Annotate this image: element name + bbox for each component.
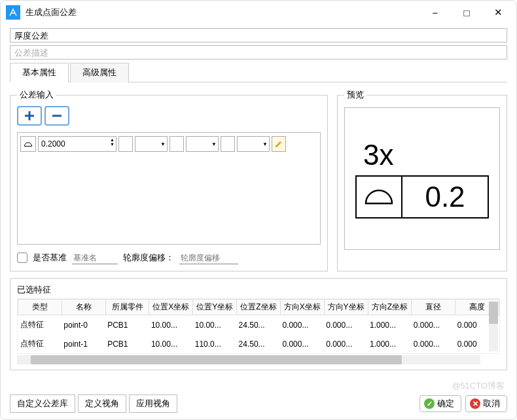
cell-dz: 1.000...	[368, 315, 412, 335]
cell-dy: 0.000...	[324, 334, 368, 353]
cell-dia: 0.000...	[412, 334, 455, 353]
add-button[interactable]	[17, 106, 42, 126]
cell-py: 10.00...	[193, 315, 237, 335]
is-datum-checkbox[interactable]	[17, 253, 27, 263]
edit-button[interactable]	[272, 136, 286, 152]
chevron-down-icon: ▼	[262, 141, 268, 147]
chevron-down-icon: ▼	[160, 141, 166, 147]
preview-fcf: 0.2	[355, 175, 489, 219]
datum-dd-1[interactable]: ▼	[135, 136, 168, 152]
preview-canvas: 3x 0.2	[344, 107, 500, 250]
selected-features-group: 已选特征 类型 名称 所属零件 位置X坐标 位置Y坐标 位置Z坐标 方向X坐标 …	[10, 278, 507, 370]
cell-part: PCB1	[105, 315, 149, 335]
profile-symbol-icon[interactable]	[20, 136, 36, 152]
tolerance-mod-cell-b[interactable]	[169, 136, 184, 152]
col-pz[interactable]: 位置Z坐标	[237, 300, 281, 315]
cancel-button[interactable]: ✕ 取消	[465, 395, 507, 412]
footer: 自定义公差库 定义视角 应用视角 ✓ 确定 ✕ 取消	[10, 394, 507, 413]
datum-dd-3[interactable]: ▼	[237, 136, 270, 152]
remove-button[interactable]	[45, 106, 69, 126]
cell-name: point-1	[62, 334, 105, 353]
col-part[interactable]: 所属零件	[105, 300, 149, 315]
cell-pz: 24.50...	[237, 315, 281, 335]
preview-count: 3x	[363, 139, 393, 171]
watermark: @51CTO博客	[452, 380, 505, 392]
tab-basic[interactable]: 基本属性	[10, 63, 69, 82]
maximize-button[interactable]: □	[451, 1, 482, 24]
cell-pz: 24.50...	[237, 334, 281, 353]
cell-part: PCB1	[105, 334, 149, 353]
features-table-wrap: 类型 名称 所属零件 位置X坐标 位置Y坐标 位置Z坐标 方向X坐标 方向Y坐标…	[17, 298, 500, 354]
col-dx[interactable]: 方向X坐标	[280, 300, 324, 315]
ok-label: 确定	[437, 398, 454, 410]
custom-tolerance-lib-button[interactable]: 自定义公差库	[10, 394, 75, 413]
table-header-row: 类型 名称 所属零件 位置X坐标 位置Y坐标 位置Z坐标 方向X坐标 方向Y坐标…	[18, 300, 499, 315]
is-datum-label: 是否基准	[33, 252, 67, 264]
col-px[interactable]: 位置X坐标	[149, 300, 193, 315]
titlebar: 生成点面公差 − □ ✕	[1, 1, 516, 24]
ok-button[interactable]: ✓ 确定	[419, 395, 461, 412]
minimize-button[interactable]: −	[419, 1, 451, 24]
cell-dia: 0.000...	[412, 315, 455, 335]
preview-group: 预览 3x 0.2	[337, 89, 507, 271]
selected-features-legend: 已选特征	[17, 284, 500, 296]
tolerance-mod-cell-c[interactable]	[221, 136, 235, 152]
table-row[interactable]: 点特征point-0PCB110.00...10.00...24.50...0.…	[18, 315, 499, 335]
cross-icon: ✕	[470, 398, 480, 409]
app-icon	[6, 5, 20, 20]
apply-view-button[interactable]: 应用视角	[129, 394, 177, 413]
cell-dz: 1.000...	[368, 334, 412, 353]
preview-value: 0.2	[402, 175, 489, 219]
col-dy[interactable]: 方向Y坐标	[324, 300, 368, 315]
define-view-button[interactable]: 定义视角	[78, 394, 126, 413]
cell-dy: 0.000...	[324, 315, 368, 335]
tolerance-grid: 0.2000 ▲▼ ▼ ▼ ▼	[17, 132, 321, 245]
table-row[interactable]: 点特征point-1PCB110.00...110.0...24.50...0.…	[18, 334, 499, 353]
cell-py: 110.0...	[193, 334, 237, 353]
tolerance-mod-cell-a[interactable]	[118, 136, 133, 152]
profile-offset-input[interactable]	[179, 251, 238, 264]
datum-dd-2[interactable]: ▼	[186, 136, 219, 152]
preview-legend: 预览	[344, 89, 366, 101]
tolerance-row: 0.2000 ▲▼ ▼ ▼ ▼	[20, 135, 317, 152]
cell-type: 点特征	[18, 334, 62, 353]
preview-profile-symbol	[355, 175, 402, 219]
thickness-tolerance-field[interactable]: 厚度公差	[10, 28, 507, 43]
close-button[interactable]: ✕	[482, 1, 514, 24]
cell-px: 10.00...	[149, 315, 193, 335]
cell-dx: 0.000...	[280, 334, 324, 353]
col-dz[interactable]: 方向Z坐标	[368, 300, 412, 315]
cell-name: point-0	[62, 315, 105, 335]
tolerance-input-legend: 公差输入	[17, 89, 56, 101]
horizontal-scrollbar[interactable]	[17, 355, 480, 364]
tabs: 基本属性 高级属性	[10, 62, 507, 82]
cancel-label: 取消	[483, 398, 500, 410]
col-py[interactable]: 位置Y坐标	[193, 300, 237, 315]
col-name[interactable]: 名称	[62, 300, 105, 315]
cell-dx: 0.000...	[280, 315, 324, 335]
col-dia[interactable]: 直径	[412, 300, 455, 315]
col-type[interactable]: 类型	[18, 300, 62, 315]
tab-advanced[interactable]: 高级属性	[70, 63, 129, 82]
tolerance-input-group: 公差输入 0.2000 ▲▼	[10, 89, 328, 271]
window-title: 生成点面公差	[26, 7, 419, 18]
check-icon: ✓	[424, 398, 435, 409]
chevron-down-icon: ▼	[211, 141, 217, 147]
cell-type: 点特征	[18, 315, 62, 335]
tolerance-value-input[interactable]: 0.2000 ▲▼	[38, 136, 116, 152]
features-table: 类型 名称 所属零件 位置X坐标 位置Y坐标 位置Z坐标 方向X坐标 方向Y坐标…	[18, 299, 499, 353]
tolerance-value-text: 0.2000	[41, 139, 65, 149]
tolerance-description-field[interactable]: 公差描述	[10, 45, 507, 60]
datum-name-input[interactable]	[72, 251, 118, 264]
vertical-scrollbar[interactable]	[489, 302, 498, 351]
spinner-icon[interactable]: ▲▼	[110, 137, 115, 147]
profile-offset-label: 轮廓度偏移：	[123, 252, 174, 264]
cell-px: 10.00...	[149, 334, 193, 353]
